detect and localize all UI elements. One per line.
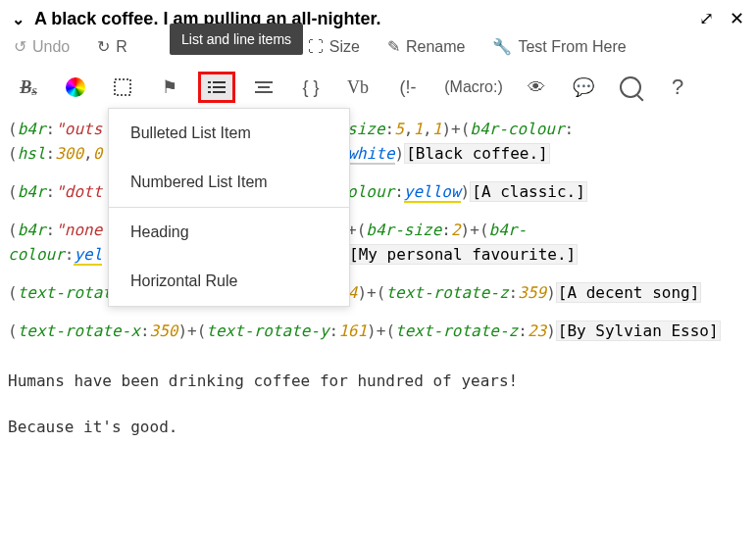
collapse-chevron[interactable]: ⌄: [12, 10, 25, 28]
rename-label: Rename: [406, 38, 465, 56]
macro-button[interactable]: (Macro:): [439, 72, 508, 103]
undo-button[interactable]: ↺Undo: [14, 37, 70, 56]
svg-rect-9: [255, 91, 273, 93]
eye-icon: 👁: [528, 77, 545, 98]
align-icon: [255, 80, 273, 94]
dd-numbered[interactable]: Numbered List Item: [109, 158, 349, 207]
svg-rect-1: [208, 81, 211, 83]
undo-icon: ↺: [14, 37, 26, 56]
comment-label: (!-: [400, 77, 417, 98]
svg-rect-7: [255, 81, 273, 83]
svg-rect-2: [213, 81, 226, 83]
rename-button[interactable]: ✎Rename: [387, 37, 465, 56]
vb-label: Vb: [347, 77, 369, 98]
strike-label: B: [20, 77, 31, 98]
test-label: Test From Here: [518, 38, 626, 56]
redo-label: R: [116, 38, 127, 56]
svg-rect-5: [208, 91, 211, 93]
size-button[interactable]: ⛶Size: [308, 38, 360, 56]
preview-button[interactable]: 👁: [518, 72, 555, 103]
color-button[interactable]: [57, 72, 94, 103]
comment-button[interactable]: (!-: [386, 72, 429, 103]
border-icon: [114, 78, 131, 96]
rainbow-icon: [66, 77, 85, 97]
help-label: ?: [672, 74, 683, 100]
svg-rect-0: [115, 79, 130, 95]
test-button[interactable]: 🔧Test From Here: [492, 37, 626, 56]
dd-heading[interactable]: Heading: [109, 207, 349, 257]
editor-plaintext-2: Because it's good.: [8, 407, 748, 439]
redo-button[interactable]: ↻R: [97, 37, 127, 56]
list-dropdown: Bulleted List Item Numbered List Item He…: [108, 108, 350, 307]
search-icon: [620, 76, 641, 98]
list-button[interactable]: List and line items: [198, 72, 235, 103]
list-icon: [208, 80, 226, 94]
chat-button[interactable]: 💬: [565, 72, 602, 103]
passage-title: A black coffee. I am pulling an all-nigh…: [34, 9, 683, 29]
verbatim-button[interactable]: Vb: [339, 72, 377, 103]
search-button[interactable]: [612, 72, 649, 103]
undo-label: Undo: [32, 38, 70, 56]
size-label: Size: [329, 38, 360, 56]
svg-rect-3: [208, 86, 211, 88]
braces-label: { }: [302, 77, 319, 98]
macro-label: (Macro:): [444, 78, 503, 96]
rename-icon: ✎: [387, 37, 400, 56]
braces-button[interactable]: { }: [292, 72, 329, 103]
size-icon: ⛶: [308, 38, 324, 56]
expand-icon[interactable]: ⤢: [699, 8, 714, 29]
help-button[interactable]: ?: [659, 72, 696, 103]
flag-button[interactable]: ⚑: [151, 72, 188, 103]
chat-icon: 💬: [573, 76, 594, 98]
dd-bulleted[interactable]: Bulleted List Item: [109, 109, 349, 158]
svg-rect-4: [213, 86, 226, 88]
border-button[interactable]: [104, 72, 141, 103]
strike-button[interactable]: BS: [10, 72, 47, 103]
wrench-icon: 🔧: [492, 37, 512, 56]
redo-icon: ↻: [97, 37, 110, 56]
svg-rect-8: [258, 86, 270, 88]
close-icon[interactable]: ✕: [730, 8, 744, 29]
svg-rect-6: [213, 91, 226, 93]
dd-hr[interactable]: Horizontal Rule: [109, 257, 349, 306]
editor-plaintext-1: Humans have been drinking coffee for hun…: [8, 361, 748, 393]
align-button[interactable]: [245, 72, 282, 103]
flag-icon: ⚑: [162, 76, 177, 98]
list-tooltip: List and line items: [170, 24, 303, 55]
